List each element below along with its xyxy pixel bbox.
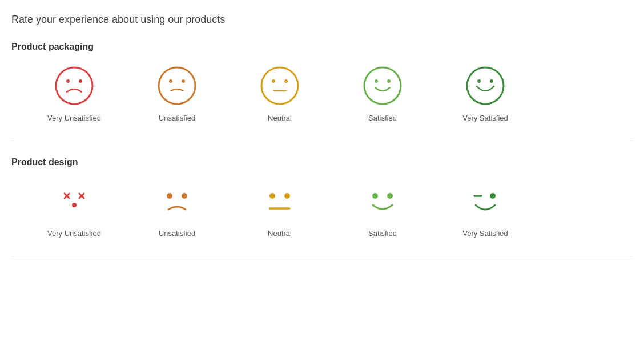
product-design-title: Product design (11, 157, 633, 167)
svg-point-29 (490, 193, 496, 199)
product-packaging-section: Product packaging Very Unsatisfied (11, 42, 633, 122)
design-neutral-label: Neutral (268, 229, 292, 238)
packaging-satisfied-label: Satisfied (368, 114, 397, 122)
design-very-satisfied[interactable]: Very Satisfied (434, 181, 537, 238)
svg-point-5 (182, 79, 185, 83)
packaging-very-satisfied-label: Very Satisfied (462, 114, 508, 122)
svg-point-8 (284, 79, 288, 83)
design-satisfied[interactable]: Satisfied (331, 181, 434, 238)
product-design-row: Very Unsatisfied Unsatisfied Neutral (11, 181, 633, 238)
svg-point-22 (182, 193, 187, 199)
neutral-minimal-icon (260, 181, 300, 221)
svg-point-7 (272, 79, 275, 83)
svg-point-4 (169, 79, 172, 83)
product-packaging-title: Product packaging (11, 42, 633, 52)
packaging-very-unsatisfied[interactable]: Very Unsatisfied (23, 66, 126, 122)
unsatisfied-circle-icon (157, 66, 197, 106)
svg-point-27 (387, 193, 393, 199)
satisfied-circle-icon (363, 66, 402, 106)
packaging-satisfied[interactable]: Satisfied (331, 66, 434, 122)
packaging-neutral-label: Neutral (268, 114, 292, 122)
svg-point-12 (387, 79, 391, 83)
packaging-very-unsatisfied-label: Very Unsatisfied (47, 114, 101, 122)
packaging-neutral[interactable]: Neutral (228, 66, 331, 122)
very-satisfied-circle-icon (465, 66, 505, 106)
page-title: Rate your experience about using our pro… (11, 14, 633, 26)
svg-point-13 (467, 67, 504, 104)
svg-point-11 (375, 79, 378, 83)
design-unsatisfied[interactable]: Unsatisfied (126, 181, 228, 238)
svg-point-23 (269, 193, 275, 199)
svg-point-2 (79, 79, 82, 83)
design-satisfied-label: Satisfied (368, 229, 397, 238)
product-design-section: Product design Very Unsatisfied (11, 157, 633, 238)
product-packaging-row: Very Unsatisfied Unsatisfied (11, 66, 633, 122)
svg-point-6 (261, 67, 298, 104)
svg-point-10 (364, 67, 401, 104)
svg-point-20 (72, 203, 77, 207)
svg-point-15 (490, 79, 493, 83)
section-divider (11, 141, 633, 141)
design-very-satisfied-label: Very Satisfied (462, 229, 508, 238)
satisfied-minimal-icon (363, 181, 402, 221)
packaging-very-satisfied[interactable]: Very Satisfied (434, 66, 537, 122)
svg-point-24 (284, 193, 290, 199)
svg-point-14 (477, 79, 481, 83)
unsatisfied-minimal-icon (157, 181, 197, 221)
svg-point-3 (159, 67, 195, 104)
very-unsatisfied-minimal-icon (54, 181, 94, 221)
packaging-unsatisfied-label: Unsatisfied (159, 114, 195, 122)
design-neutral[interactable]: Neutral (228, 181, 331, 238)
design-very-unsatisfied[interactable]: Very Unsatisfied (23, 181, 126, 238)
very-satisfied-minimal-icon (465, 181, 505, 221)
svg-point-21 (167, 193, 172, 199)
bottom-divider (11, 256, 633, 256)
design-unsatisfied-label: Unsatisfied (159, 229, 195, 238)
design-very-unsatisfied-label: Very Unsatisfied (47, 229, 101, 238)
svg-point-26 (372, 193, 378, 199)
packaging-unsatisfied[interactable]: Unsatisfied (126, 66, 228, 122)
svg-point-0 (56, 67, 92, 104)
svg-point-1 (66, 79, 70, 83)
neutral-circle-icon (260, 66, 300, 106)
very-unsatisfied-circle-icon (54, 66, 94, 106)
